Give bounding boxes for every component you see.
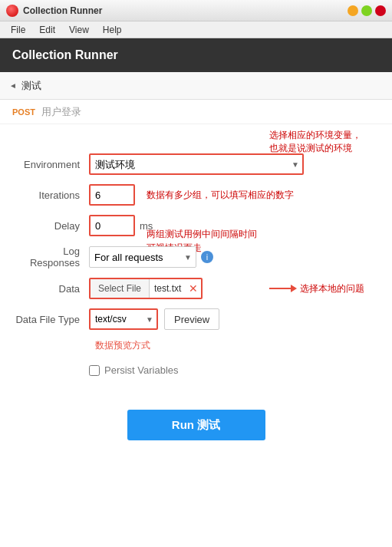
iterations-input[interactable] bbox=[89, 184, 135, 206]
environment-annotation: 选择相应的环境变量， 也就是说测试的环境 bbox=[269, 129, 361, 155]
select-file-button[interactable]: Select File bbox=[91, 279, 150, 298]
log-responses-select[interactable]: For all requests On error Never bbox=[89, 246, 196, 268]
app-header-title: Collection Runner bbox=[12, 48, 118, 62]
log-responses-wrapper: For all requests On error Never ▼ bbox=[89, 246, 196, 268]
menu-help[interactable]: Help bbox=[97, 23, 128, 37]
menu-edit[interactable]: Edit bbox=[33, 23, 61, 37]
data-file-type-row: Data File Type text/csv application/json… bbox=[12, 308, 380, 330]
environment-label: Environment bbox=[12, 159, 89, 170]
title-bar: Collection Runner bbox=[0, 0, 392, 21]
run-section: Run 测试 bbox=[0, 394, 392, 456]
data-arrow-group: 选择本地的问题 bbox=[269, 282, 361, 295]
delay-label: Delay bbox=[12, 220, 89, 232]
log-responses-row: Log Responses For all requests On error … bbox=[12, 245, 380, 269]
preview-button[interactable]: Preview bbox=[164, 308, 219, 330]
test-name: 测试 bbox=[21, 79, 41, 93]
data-preview-annotation-row: 数据预览方式 bbox=[12, 339, 380, 352]
info-icon[interactable]: i bbox=[201, 251, 213, 263]
method-badge: POST bbox=[12, 107, 35, 117]
data-preview-annotation: 数据预览方式 bbox=[95, 339, 150, 352]
persist-variables-row: Persist Variables bbox=[12, 361, 380, 379]
persist-variables-checkbox[interactable] bbox=[89, 365, 100, 376]
iterations-annotation: 数据有多少组，可以填写相应的数字 bbox=[147, 188, 294, 202]
file-type-select[interactable]: text/csv application/json bbox=[89, 308, 158, 330]
environment-row: Environment 测试环境 开发环境 生产环境 ▼ 选择相应的环境变量， … bbox=[12, 153, 380, 175]
iterations-label: Iterations bbox=[12, 189, 89, 201]
data-file-type-label: Data File Type bbox=[12, 314, 89, 325]
app-header: Collection Runner bbox=[0, 38, 392, 72]
file-type-wrapper: text/csv application/json ▼ bbox=[89, 308, 158, 330]
main-content: ◄ 测试 POST 用户登录 Environment 测试环境 开发环境 生产环… bbox=[0, 72, 392, 547]
app-icon bbox=[6, 5, 18, 17]
run-button[interactable]: Run 测试 bbox=[127, 410, 265, 440]
data-annotation: 选择本地的问题 bbox=[300, 282, 364, 295]
window-controls bbox=[348, 5, 386, 16]
log-responses-label: Log Responses bbox=[12, 245, 89, 269]
delay-input[interactable] bbox=[89, 215, 135, 236]
delay-row: Delay ms 两组测试用例中间间隔时间 可视情况而走 bbox=[12, 215, 380, 236]
data-label: Data bbox=[12, 283, 89, 295]
close-button[interactable] bbox=[375, 5, 386, 16]
request-row: POST 用户登录 bbox=[0, 100, 392, 124]
menu-file[interactable]: File bbox=[5, 23, 31, 37]
file-close-button[interactable]: ✕ bbox=[186, 283, 201, 294]
collapse-arrow[interactable]: ◄ bbox=[9, 81, 17, 90]
menu-bar: File Edit View Help bbox=[0, 21, 392, 38]
menu-view[interactable]: View bbox=[63, 23, 95, 37]
minimize-button[interactable] bbox=[348, 5, 358, 16]
data-row: Data Select File test.txt ✕ 选择本地的问题 bbox=[12, 278, 380, 299]
data-file-wrapper: Select File test.txt ✕ bbox=[89, 278, 203, 299]
arrow-head-icon bbox=[291, 285, 297, 292]
file-name: test.txt bbox=[150, 283, 186, 294]
form-section: Environment 测试环境 开发环境 生产环境 ▼ 选择相应的环境变量， … bbox=[0, 147, 392, 394]
request-name: 用户登录 bbox=[41, 105, 81, 119]
maximize-button[interactable] bbox=[361, 5, 372, 16]
environment-select-wrapper: 测试环境 开发环境 生产环境 ▼ bbox=[89, 153, 304, 175]
title-bar-text: Collection Runner bbox=[23, 5, 102, 16]
arrow-line bbox=[269, 288, 291, 289]
test-section: ◄ 测试 bbox=[0, 72, 392, 100]
persist-variables-label: Persist Variables bbox=[104, 364, 179, 376]
environment-select[interactable]: 测试环境 开发环境 生产环境 bbox=[89, 153, 304, 175]
iterations-row: Iterations 数据有多少组，可以填写相应的数字 bbox=[12, 184, 380, 206]
